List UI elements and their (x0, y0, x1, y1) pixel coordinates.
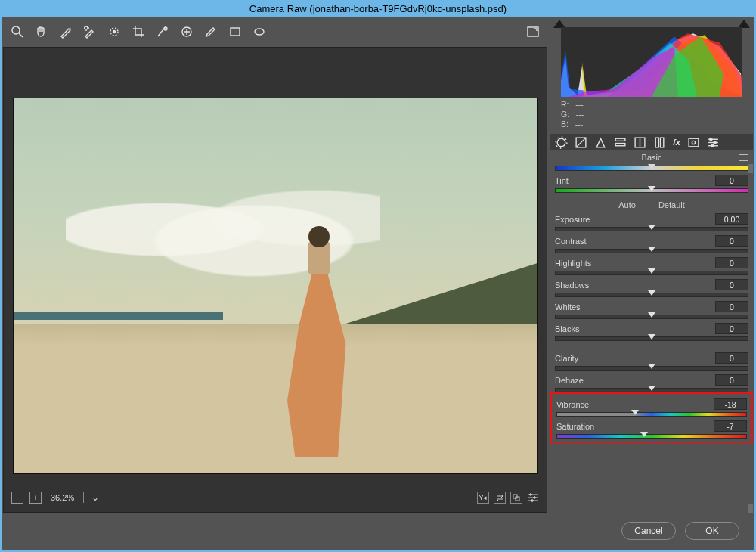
highlights-knob[interactable] (648, 268, 655, 274)
tab-curve-icon[interactable] (575, 136, 587, 148)
tint-knob[interactable] (648, 186, 655, 191)
window-titlebar: Camera Raw (jonathan-borba-T9FGdvRj0kc-u… (0, 0, 756, 17)
zoom-selector[interactable]: 36.2% ⌄ (51, 492, 99, 503)
zoom-in-button[interactable]: + (29, 492, 42, 504)
highlights-track[interactable] (555, 271, 748, 275)
clarity-knob[interactable] (648, 364, 655, 369)
shadows-knob[interactable] (648, 290, 655, 296)
swap-view-icon[interactable] (494, 492, 506, 504)
temperature-strip[interactable] (555, 166, 748, 171)
shadows-label: Shadows (555, 281, 589, 290)
blacks-track[interactable] (555, 336, 748, 341)
vibrance-slider: Vibrance-18 (556, 398, 747, 417)
exposure-knob[interactable] (648, 225, 655, 230)
tint-value[interactable]: 0 (715, 175, 748, 186)
scroll-down-icon[interactable] (748, 504, 753, 513)
readout-g-value: --- (576, 110, 584, 119)
tab-lens-icon[interactable] (653, 136, 666, 148)
histogram[interactable] (561, 27, 742, 97)
panel-menu-icon[interactable] (739, 154, 748, 161)
color-sampler-tool-icon[interactable] (83, 25, 97, 39)
svg-rect-7 (231, 28, 240, 36)
svg-point-32 (710, 138, 712, 140)
svg-point-17 (531, 500, 534, 502)
contrast-knob[interactable] (648, 247, 655, 252)
dialog-button-row: Cancel OK (3, 513, 753, 549)
fullscreen-toggle-icon[interactable] (526, 25, 540, 39)
targeted-adjust-tool-icon[interactable] (107, 25, 121, 39)
zoom-level: 36.2% (51, 493, 74, 502)
svg-line-1 (19, 33, 23, 37)
dehaze-value[interactable]: 0 (715, 374, 748, 386)
red-eye-tool-icon[interactable] (180, 25, 194, 39)
svg-point-0 (12, 26, 20, 34)
tab-effects-icon[interactable]: fx (673, 136, 680, 148)
dehaze-knob[interactable] (648, 386, 655, 391)
radial-filter-tool-icon[interactable] (253, 25, 266, 39)
adjustments-column: R: --- G: --- B: --- fx Basic (550, 17, 753, 513)
highlights-value[interactable]: 0 (715, 257, 748, 268)
preview-panel: − + 36.2% ⌄ Y◂ (3, 47, 547, 513)
contrast-value[interactable]: 0 (715, 235, 748, 247)
svg-rect-26 (661, 138, 664, 147)
panel-gap (555, 341, 748, 349)
whites-track[interactable] (555, 315, 748, 319)
preview-prefs-icon[interactable] (527, 492, 539, 504)
tint-slider: Tint0 (555, 175, 748, 193)
crop-tool-icon[interactable] (132, 25, 145, 39)
shadows-track[interactable] (555, 293, 748, 297)
tab-split-icon[interactable] (634, 136, 646, 148)
svg-point-28 (692, 141, 695, 144)
saturation-knob[interactable] (640, 432, 648, 437)
cancel-button[interactable]: Cancel (621, 522, 676, 540)
vibrance-value[interactable]: -18 (714, 398, 747, 410)
graduated-filter-tool-icon[interactable] (228, 25, 242, 39)
vibrance-track[interactable] (556, 412, 747, 417)
svg-point-18 (557, 138, 565, 147)
blacks-value[interactable]: 0 (715, 323, 748, 334)
clarity-value[interactable]: 0 (715, 352, 748, 364)
zoom-tool-icon[interactable] (11, 25, 24, 39)
hand-tool-icon[interactable] (35, 25, 48, 39)
readout-g-label: G: (561, 110, 569, 119)
left-column: − + 36.2% ⌄ Y◂ (3, 17, 547, 513)
tab-calibration-icon[interactable] (687, 136, 700, 148)
cancel-label: Cancel (634, 526, 662, 536)
clarity-slider: Clarity0 (555, 352, 748, 371)
contrast-track[interactable] (555, 249, 748, 253)
chevron-down-icon: ⌄ (83, 492, 99, 503)
shadows-value[interactable]: 0 (715, 279, 748, 290)
copy-settings-icon[interactable] (510, 492, 522, 504)
image-preview[interactable] (13, 98, 538, 474)
blacks-knob[interactable] (648, 334, 655, 340)
whites-value[interactable]: 0 (715, 301, 748, 312)
auto-link[interactable]: Auto (618, 200, 636, 209)
exposure-value[interactable]: 0.00 (715, 213, 748, 225)
tint-track[interactable] (555, 188, 748, 193)
tab-basic-icon[interactable] (555, 136, 568, 148)
auto-default-links: AutoDefault (555, 200, 748, 209)
tab-hsl-icon[interactable] (614, 136, 627, 148)
scroll-up-icon[interactable] (748, 164, 753, 173)
vibrance-knob[interactable] (631, 410, 639, 415)
ok-button[interactable]: OK (685, 522, 739, 540)
dehaze-label: Dehaze (555, 376, 584, 385)
svg-point-15 (530, 494, 532, 496)
app-frame: − + 36.2% ⌄ Y◂ (0, 17, 756, 552)
tab-detail-icon[interactable] (594, 136, 607, 148)
exposure-track[interactable] (555, 227, 748, 231)
default-link[interactable]: Default (658, 200, 685, 209)
whites-knob[interactable] (648, 312, 655, 318)
clarity-track[interactable] (555, 366, 748, 371)
dehaze-track[interactable] (555, 388, 748, 392)
spot-removal-tool-icon[interactable] (156, 25, 169, 39)
saturation-track[interactable] (556, 434, 747, 439)
adjustment-brush-tool-icon[interactable] (204, 25, 218, 39)
exposure-label: Exposure (555, 215, 590, 224)
before-after-y-icon[interactable]: Y◂ (477, 492, 489, 504)
zoom-out-button[interactable]: − (11, 492, 23, 504)
saturation-value[interactable]: -7 (714, 420, 747, 432)
white-balance-tool-icon[interactable] (59, 25, 73, 39)
tab-presets-icon[interactable] (707, 136, 720, 148)
exposure-slider: Exposure0.00 (555, 213, 748, 231)
